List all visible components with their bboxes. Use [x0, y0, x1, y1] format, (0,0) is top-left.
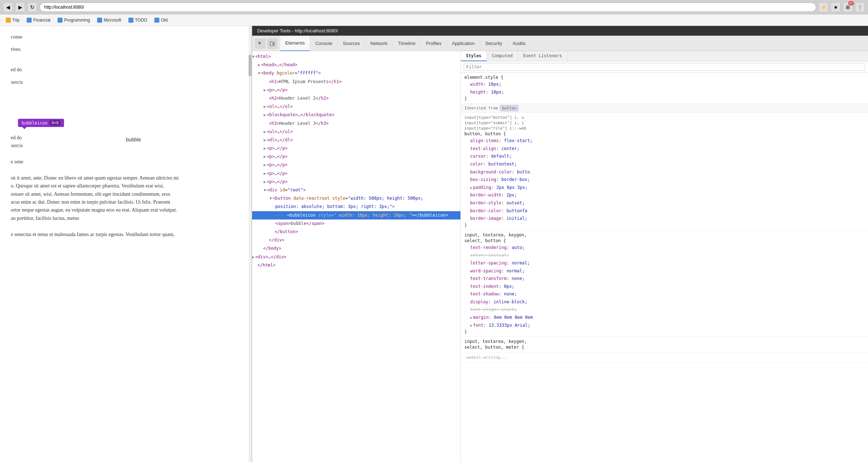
tab-styles[interactable]: Styles: [461, 51, 487, 61]
element-style-rule: element.style { width: 10px; height: 10p…: [461, 73, 868, 104]
url-bar[interactable]: [40, 3, 816, 12]
bookmark-label: TODO: [135, 18, 147, 23]
bookmark-button[interactable]: ★: [831, 2, 841, 12]
dom-line-h2[interactable]: <h2>Header Level 2</h2>: [252, 94, 460, 103]
element-tooltip: bubbleicon 0×0: [18, 119, 64, 127]
dom-line-bubbleicon[interactable]: ··· <bubbleicon style= " width: 10px; he…: [252, 211, 460, 219]
dom-line-h1[interactable]: <h1>HTML Ipsum Presents</h1>: [252, 78, 460, 86]
extensions-button[interactable]: ⚡: [818, 2, 828, 12]
tab-security-label: Security: [485, 41, 502, 46]
css-property: text-transform: none;: [464, 275, 864, 283]
toggle-icon[interactable]: ▶: [264, 113, 266, 117]
toggle-icon[interactable]: ▶: [258, 63, 260, 67]
toggle-icon[interactable]: ▼: [258, 71, 260, 76]
dom-panel[interactable]: ▼<html> ▶<head>…</head> ▼<body bgcolor="…: [252, 51, 461, 462]
toggle-icon[interactable]: ▶: [264, 146, 266, 151]
toggle-icon[interactable]: ▶: [264, 154, 266, 159]
toggle-icon[interactable]: ▶: [264, 104, 266, 109]
dom-line-span-bubble[interactable]: <span>bubble</span>: [252, 219, 460, 228]
bookmark-programming[interactable]: Programming: [55, 17, 93, 23]
css-property: text-rendering: auto;: [464, 244, 864, 252]
dom-line-html[interactable]: ▼<html>: [252, 53, 460, 61]
scrollbar-thumb[interactable]: [249, 55, 251, 76]
tab-application[interactable]: Application: [447, 36, 480, 51]
tab-computed[interactable]: Computed: [487, 51, 518, 61]
page-text: e sene: [11, 158, 241, 166]
bookmark-icon: [6, 18, 11, 23]
styles-filter-input[interactable]: [464, 63, 865, 71]
toggle-icon[interactable]: ▶: [264, 180, 266, 184]
bookmark-icon: [97, 18, 102, 23]
dom-line-body[interactable]: ▼<body bgcolor="ffffff">: [252, 69, 460, 77]
dom-line-html-close[interactable]: </html>: [252, 261, 460, 270]
scrollbar[interactable]: [249, 26, 251, 462]
dom-line-p5[interactable]: ▶<p>…</p>: [252, 169, 460, 178]
bookmark-old[interactable]: Old: [151, 17, 171, 23]
dom-line-blockquote[interactable]: ▶<blockquote>…</blockquote>: [252, 111, 460, 119]
tab-timeline[interactable]: Timeline: [393, 36, 421, 51]
tab-sources[interactable]: Sources: [338, 36, 365, 51]
dom-line-div-root[interactable]: ▼<div id="root">: [252, 186, 460, 194]
dom-line-body-close[interactable]: </body>: [252, 244, 460, 253]
dom-line-button-close[interactable]: </button>: [252, 228, 460, 236]
bookmark-icon: [27, 18, 32, 23]
toggle-icon[interactable]: ▶: [252, 255, 255, 259]
bookmark-trip[interactable]: Trip: [3, 17, 22, 23]
dom-line-p3[interactable]: ▶<p>…</p>: [252, 153, 460, 161]
tab-event-listeners[interactable]: Event Listeners: [518, 51, 567, 61]
tab-console[interactable]: Console: [310, 36, 338, 51]
inherited-from-text: Inherited from: [464, 106, 498, 110]
dom-line-p4[interactable]: ▶<p>…</p>: [252, 161, 460, 169]
toggle-icon[interactable]: ▶: [264, 163, 266, 167]
inspect-element-button[interactable]: [255, 38, 265, 49]
tab-network[interactable]: Network: [365, 36, 393, 51]
toggle-icon[interactable]: ▼: [264, 188, 266, 192]
main-area: conse risus. ed do xercis bubbleicon 0×0…: [0, 26, 868, 462]
dom-line-div-collapsed[interactable]: ▶<div>…</div>: [252, 253, 460, 261]
reload-button[interactable]: ↻: [27, 2, 37, 12]
dom-line-ul[interactable]: ▶<ul>…</ul>: [252, 128, 460, 136]
toggle-icon[interactable]: ▼: [252, 54, 255, 59]
menu-button[interactable]: ⋮: [855, 2, 865, 12]
tab-elements[interactable]: Elements: [280, 36, 310, 51]
css-property: border-width: 2px;: [464, 191, 864, 199]
page-inner: conse risus. ed do xercis: [0, 26, 251, 98]
tab-audits-label: Audits: [513, 41, 526, 46]
toggle-icon[interactable]: ▶: [264, 138, 266, 142]
tab-event-listeners-label: Event Listeners: [523, 53, 562, 58]
dom-line-p2[interactable]: ▶<p>…</p>: [252, 144, 460, 153]
page-text: xercis: [11, 142, 241, 150]
dom-line-button[interactable]: ▼<button data-reactroot style="width: 50…: [252, 194, 460, 203]
toggle-icon[interactable]: ▶: [264, 130, 266, 134]
dom-line-h3[interactable]: <h3>Header Level 3</h3>: [252, 119, 460, 128]
dom-line-ol[interactable]: ▶<ol>…</ol>: [252, 103, 460, 111]
bookmark-microsoft[interactable]: Microsoft: [94, 17, 124, 23]
dom-line-head[interactable]: ▶<head>…</head>: [252, 61, 460, 69]
dom-line-button-style-cont[interactable]: position: absolute; bottom: 3px; right: …: [252, 203, 460, 211]
toggle-icon[interactable]: ▶: [264, 88, 266, 92]
bookmark-label: Microsoft: [104, 18, 121, 23]
css-property-strikethrough: color: initial;: [464, 252, 864, 259]
apps-button[interactable]: ⊞ 97: [843, 2, 853, 12]
page-text-long: e senectus et netus et malesuada fames a…: [11, 231, 241, 239]
tab-audits[interactable]: Audits: [508, 36, 531, 51]
css-property: color: buttontext;: [464, 160, 864, 168]
tab-security[interactable]: Security: [480, 36, 508, 51]
dom-line-p6[interactable]: ▶<p>…</p>: [252, 178, 460, 186]
toggle-icon[interactable]: ▶: [264, 171, 266, 176]
dom-line-dl[interactable]: ▶<dl>…</dl>: [252, 136, 460, 144]
bookmark-todo[interactable]: TODO: [126, 17, 150, 23]
inherited-tag[interactable]: button: [500, 105, 519, 111]
tab-profiles[interactable]: Profiles: [421, 36, 447, 51]
dom-line-p1[interactable]: ▶<p>…</p>: [252, 86, 460, 94]
back-button[interactable]: ◀: [3, 2, 13, 12]
input-textarea-rule: input, textarea, keygen, select, button …: [461, 230, 868, 337]
device-toolbar-button[interactable]: [267, 38, 277, 49]
bookmark-label: Financial: [33, 18, 50, 23]
dots-icon: ···: [275, 212, 283, 219]
toggle-icon[interactable]: ▼: [269, 196, 272, 201]
page-content: conse risus. ed do xercis bubbleicon 0×0…: [0, 26, 252, 462]
dom-line-div-close[interactable]: </div>: [252, 236, 460, 244]
bookmark-financial[interactable]: Financial: [24, 17, 53, 23]
forward-button[interactable]: ▶: [15, 2, 25, 12]
